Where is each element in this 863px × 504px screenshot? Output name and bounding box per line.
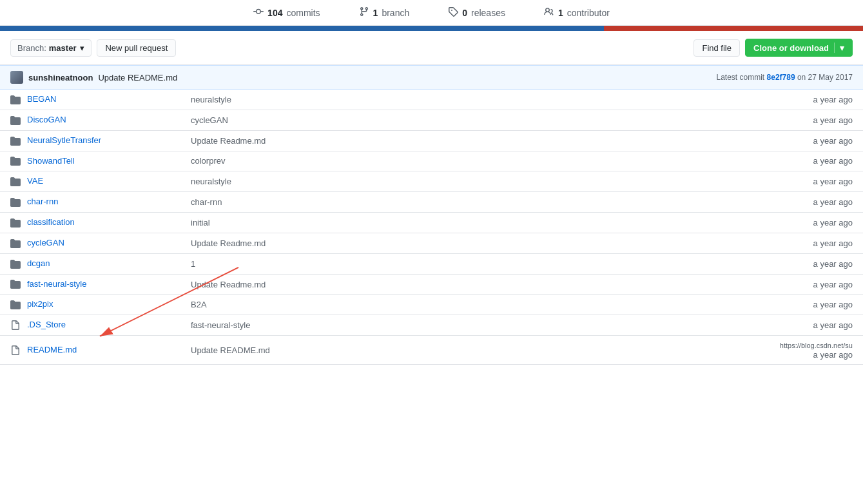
commit-message: Update README.md [98, 73, 177, 82]
file-table: BEGANneuralstylea year agoDiscoGANcycleG… [0, 90, 863, 365]
file-link[interactable]: VAE [27, 176, 43, 186]
chevron-down-icon: ▾ [80, 43, 84, 53]
file-link[interactable]: classification [27, 217, 75, 227]
tag-icon [448, 6, 458, 19]
avatar-image [10, 71, 23, 84]
clone-label: Clone or download [753, 43, 829, 53]
commits-label: commits [286, 8, 320, 18]
avatar [10, 71, 23, 84]
file-name-cell: cycleGAN [0, 233, 180, 253]
file-link[interactable]: cycleGAN [27, 238, 64, 247]
find-file-button[interactable]: Find file [693, 39, 740, 57]
language-bar-red [604, 26, 863, 31]
file-message-cell: B2A [180, 295, 770, 315]
file-message-cell: neuralstyle [180, 171, 770, 192]
folder-icon [10, 258, 23, 269]
file-time-cell: a year ago [770, 171, 863, 192]
file-name-cell: pix2pix [0, 295, 180, 315]
stats-bar: 104 commits 1 branch 0 releases 1 contri… [0, 0, 863, 26]
branch-stat[interactable]: 1 branch [359, 6, 410, 19]
folder-icon [10, 177, 23, 188]
commit-icon [253, 6, 264, 19]
file-time-cell: a year ago [770, 192, 863, 213]
file-time-cell: a year ago [770, 274, 863, 295]
file-link[interactable]: BEGAN [27, 94, 57, 104]
table-row: fast-neural-styleUpdate Readme.mda year … [0, 274, 863, 295]
file-link[interactable]: pix2pix [27, 299, 53, 309]
file-link[interactable]: README.md [27, 345, 77, 354]
file-message-cell: Update Readme.md [180, 274, 770, 295]
toolbar: Branch: master ▾ New pull request Find f… [0, 31, 863, 65]
table-row: BEGANneuralstylea year ago [0, 90, 863, 110]
file-message-cell: initial [180, 213, 770, 233]
file-name-cell: VAE [0, 171, 180, 192]
url-overlay: https://blog.csdn.net/su [780, 342, 853, 349]
file-time-cell: https://blog.csdn.net/su a year ago [770, 336, 863, 365]
people-icon [544, 6, 554, 19]
file-name-cell: BEGAN [0, 90, 180, 110]
file-time-cell: a year ago [770, 110, 863, 130]
file-message-cell: neuralstyle [180, 90, 770, 110]
folder-icon [10, 94, 23, 105]
file-link[interactable]: char-rnn [27, 197, 58, 206]
folder-icon [10, 197, 23, 208]
file-table-wrapper: BEGANneuralstylea year agoDiscoGANcycleG… [0, 90, 863, 365]
commit-date: on 27 May 2017 [797, 73, 853, 82]
file-link[interactable]: .DS_Store [27, 320, 66, 329]
file-message-cell: Update README.md [180, 336, 770, 365]
folder-icon [10, 115, 23, 126]
file-link[interactable]: fast-neural-style [27, 279, 86, 289]
file-name-cell: NeuralSytleTransfer [0, 130, 180, 151]
file-time-cell: a year ago [770, 213, 863, 233]
branch-prefix-label: Branch: [17, 43, 46, 53]
clone-or-download-button[interactable]: Clone or download ▾ [745, 39, 853, 57]
folder-icon [10, 135, 23, 146]
file-message-cell: char-rnn [180, 192, 770, 213]
file-message-cell: colorprev [180, 151, 770, 171]
table-row: cycleGANUpdate Readme.mda year ago [0, 233, 863, 253]
clone-chevron-icon: ▾ [840, 43, 844, 53]
file-time-cell: a year ago [770, 130, 863, 151]
file-link[interactable]: DiscoGAN [27, 115, 66, 124]
folder-icon [10, 300, 23, 311]
file-time-cell: a year ago [770, 253, 863, 274]
commit-left: sunshineatnoon Update README.md [10, 71, 177, 84]
folder-icon [10, 238, 23, 249]
table-row: classificationinitiala year ago [0, 213, 863, 233]
file-message-cell: fast-neural-style [180, 315, 770, 336]
file-time-cell: a year ago [770, 90, 863, 110]
folder-icon [10, 279, 23, 290]
file-icon [10, 345, 23, 356]
file-link[interactable]: ShowandTell [27, 156, 75, 166]
branch-label: branch [382, 8, 409, 18]
file-message-cell: 1 [180, 253, 770, 274]
file-table-body: BEGANneuralstylea year agoDiscoGANcycleG… [0, 90, 863, 365]
releases-stat[interactable]: 0 releases [448, 6, 505, 19]
table-row: VAEneuralstylea year ago [0, 171, 863, 192]
file-time-cell: a year ago [770, 295, 863, 315]
commit-hash[interactable]: 8e2f789 [767, 73, 795, 82]
file-link[interactable]: dcgan [27, 258, 50, 268]
clone-button-divider [834, 43, 835, 53]
file-name-cell: dcgan [0, 253, 180, 274]
table-row: NeuralSytleTransferUpdate Readme.mda yea… [0, 130, 863, 151]
contributor-label: contributor [567, 8, 610, 18]
file-link[interactable]: NeuralSytleTransfer [27, 135, 101, 145]
table-row: DiscoGANcycleGANa year ago [0, 110, 863, 130]
file-name-cell: .DS_Store [0, 315, 180, 336]
commits-stat[interactable]: 104 commits [253, 6, 320, 19]
file-icon [10, 320, 23, 331]
folder-icon [10, 156, 23, 167]
branch-selector[interactable]: Branch: master ▾ [10, 39, 92, 57]
contributor-count: 1 [558, 8, 563, 18]
folder-icon [10, 217, 23, 228]
new-pull-request-button[interactable]: New pull request [97, 39, 176, 57]
file-name-cell: classification [0, 213, 180, 233]
file-name-cell: ShowandTell [0, 151, 180, 171]
file-name-cell: DiscoGAN [0, 110, 180, 130]
releases-count: 0 [462, 8, 467, 18]
commit-author[interactable]: sunshineatnoon [28, 73, 93, 82]
toolbar-left: Branch: master ▾ New pull request [10, 39, 176, 57]
table-row: pix2pixB2Aa year ago [0, 295, 863, 315]
contributor-stat[interactable]: 1 contributor [544, 6, 610, 19]
